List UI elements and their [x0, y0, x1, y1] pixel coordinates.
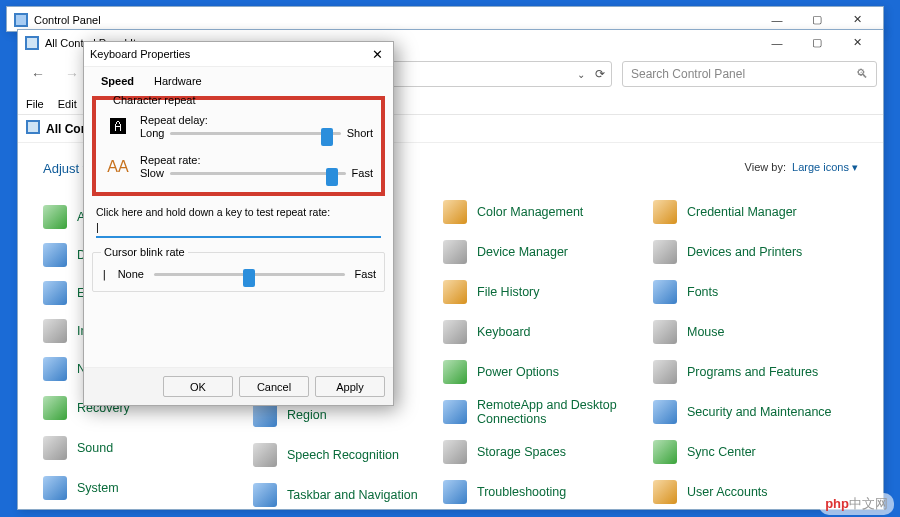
view-by: View by: Large icons ▾ — [745, 161, 858, 174]
view-by-select[interactable]: Large icons ▾ — [792, 161, 858, 173]
repeat-delay-slider[interactable] — [170, 126, 340, 140]
cpl-icon — [653, 480, 677, 504]
minimize-button[interactable]: — — [757, 9, 797, 31]
cursor-blink-group: Cursor blink rate | None Fast — [92, 252, 385, 292]
cancel-button[interactable]: Cancel — [239, 376, 309, 397]
dialog-titlebar[interactable]: Keyboard Properties ✕ — [84, 42, 393, 67]
test-group: Click here and hold down a key to test r… — [92, 206, 385, 238]
char-repeat-legend: Character repeat — [110, 94, 199, 106]
repeat-rate-slider[interactable] — [170, 166, 346, 180]
search-icon[interactable]: 🔍︎ — [856, 67, 868, 81]
cpl-icon — [43, 319, 67, 343]
cpl-icon — [43, 396, 67, 420]
control-panel-icon — [13, 12, 29, 28]
tab-body: Character repeat 🅰 Repeat delay: Long Sh… — [84, 91, 393, 367]
repeat-delay-label: Repeat delay: — [140, 114, 373, 126]
cpl-label: Keyboard — [477, 325, 531, 339]
cpl-item[interactable]: Keyboard — [443, 318, 643, 346]
cpl-label: Troubleshooting — [477, 485, 566, 499]
cpl-icon — [443, 240, 467, 264]
menu-file[interactable]: File — [26, 98, 44, 110]
cpl-label: Device Manager — [477, 245, 568, 259]
cpl-icon — [253, 443, 277, 467]
cpl-item[interactable]: RemoteApp and Desktop Connections — [443, 398, 643, 426]
cpl-item[interactable]: Sound — [43, 434, 253, 462]
minimize-button[interactable]: — — [757, 32, 797, 54]
cpl-icon — [43, 281, 67, 305]
cpl-icon — [443, 280, 467, 304]
repeat-rate-icon: AA — [104, 155, 132, 179]
cpl-item[interactable]: Speech Recognition — [253, 441, 443, 469]
close-button[interactable]: ✕ — [367, 47, 387, 62]
cpl-item[interactable]: Credential Manager — [653, 198, 853, 226]
cpl-icon — [653, 400, 677, 424]
cpl-icon — [443, 360, 467, 384]
cpl-label: Sync Center — [687, 445, 756, 459]
cpl-label: Region — [287, 408, 327, 422]
svg-rect-1 — [16, 15, 26, 25]
repeat-rate-label: Repeat rate: — [140, 154, 373, 166]
cpl-item[interactable]: Sync Center — [653, 438, 853, 466]
cpl-label: Devices and Printers — [687, 245, 802, 259]
cpl-item[interactable]: Mouse — [653, 318, 853, 346]
cpl-item[interactable]: Security and Maintenance — [653, 398, 853, 426]
repeat-delay-icon: 🅰 — [104, 115, 132, 139]
forward-button[interactable]: → — [58, 60, 86, 88]
cpl-icon — [653, 280, 677, 304]
cpl-icon — [43, 243, 67, 267]
dialog-title: Keyboard Properties — [90, 48, 190, 60]
cpl-item[interactable]: Power Options — [443, 358, 643, 386]
cpl-item[interactable]: Color Management — [443, 198, 643, 226]
close-button[interactable]: ✕ — [837, 32, 877, 54]
back-button[interactable]: ← — [24, 60, 52, 88]
cpl-icon — [443, 320, 467, 344]
cpl-label: Mouse — [687, 325, 725, 339]
cpl-item[interactable]: File History — [443, 278, 643, 306]
cpl-item[interactable]: Storage Spaces — [443, 438, 643, 466]
cpl-icon — [43, 205, 67, 229]
watermark: php中文网 — [819, 493, 894, 515]
cpl-item[interactable]: Devices and Printers — [653, 238, 853, 266]
cpl-item[interactable]: System — [43, 474, 253, 502]
cpl-label: RemoteApp and Desktop Connections — [477, 398, 643, 426]
cpl-label: Security and Maintenance — [687, 405, 832, 419]
test-input[interactable] — [96, 218, 381, 238]
keyboard-properties-dialog: Keyboard Properties ✕ Speed Hardware Cha… — [83, 41, 394, 406]
cursor-blink-slider[interactable] — [154, 267, 345, 281]
maximize-button[interactable]: ▢ — [797, 32, 837, 54]
search-input[interactable]: Search Control Panel 🔍︎ — [622, 61, 877, 87]
svg-rect-3 — [27, 38, 37, 48]
cpl-item[interactable]: Troubleshooting — [443, 478, 643, 506]
cpl-item[interactable]: Taskbar and Navigation — [253, 481, 443, 509]
repeat-rate-row: AA Repeat rate: Slow Fast — [104, 154, 373, 180]
cpl-label: File History — [477, 285, 540, 299]
cpl-label: Sound — [77, 441, 113, 455]
dialog-tabs: Speed Hardware — [84, 67, 393, 91]
refresh-icon[interactable]: ⟳ — [595, 67, 605, 81]
menu-edit[interactable]: Edit — [58, 98, 77, 110]
maximize-button[interactable]: ▢ — [797, 9, 837, 31]
cpl-icon — [43, 436, 67, 460]
test-label: Click here and hold down a key to test r… — [96, 206, 381, 218]
ok-button[interactable]: OK — [163, 376, 233, 397]
cpl-icon — [653, 240, 677, 264]
apply-button[interactable]: Apply — [315, 376, 385, 397]
cpl-grid: Color ManagementCredential ManagerDevice… — [443, 198, 858, 506]
cpl-label: Programs and Features — [687, 365, 818, 379]
close-button[interactable]: ✕ — [837, 9, 877, 31]
chevron-down-icon[interactable]: ⌄ — [577, 69, 585, 80]
cpl-icon — [653, 440, 677, 464]
cpl-label: Power Options — [477, 365, 559, 379]
cpl-label: Credential Manager — [687, 205, 797, 219]
outer-title: Control Panel — [34, 14, 101, 26]
cpl-item[interactable]: Programs and Features — [653, 358, 853, 386]
cpl-icon — [43, 357, 67, 381]
cpl-label: Speech Recognition — [287, 448, 399, 462]
tab-speed[interactable]: Speed — [92, 71, 143, 91]
highlight-box: Character repeat 🅰 Repeat delay: Long Sh… — [92, 96, 385, 196]
cpl-item[interactable]: Fonts — [653, 278, 853, 306]
cpl-item[interactable]: Device Manager — [443, 238, 643, 266]
tab-hardware[interactable]: Hardware — [145, 71, 211, 91]
cpl-label: Storage Spaces — [477, 445, 566, 459]
control-panel-icon — [26, 120, 40, 137]
